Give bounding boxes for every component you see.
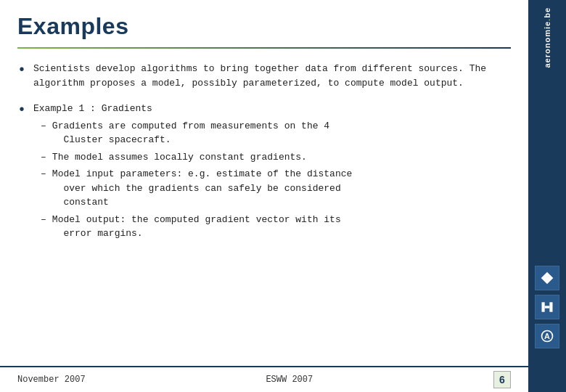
footer-page-number: 6 (493, 371, 511, 388)
svg-marker-0 (541, 272, 554, 285)
bullet2-intro: Example 1 : Gradients (33, 102, 511, 116)
sidebar-icons: A (528, 266, 566, 348)
sub-text-3: Model input parameters: e.g. estimate of… (52, 167, 511, 210)
slide: aeronomie.be A (0, 0, 566, 392)
dash-3: – (41, 167, 46, 181)
bullet-marker-2: • (17, 99, 26, 121)
footer: November 2007 ESWW 2007 6 (0, 366, 528, 392)
svg-rect-3 (545, 306, 550, 308)
bullet-text-2: Example 1 : Gradients – Gradients are co… (33, 102, 511, 244)
main-content: Examples • Scientists develop algorithms… (0, 0, 528, 392)
diamond-shape (540, 271, 554, 285)
sub-text-4: Model output: the computed gradient vect… (52, 213, 511, 241)
logo-text: aeronomie.be (543, 7, 551, 75)
dash-2: – (41, 150, 46, 165)
bullet-marker-1: • (17, 60, 26, 81)
a-shape: A (540, 329, 554, 343)
diamond-icon (535, 266, 559, 290)
sub-item-2: – The model assumes locally constant gra… (41, 150, 511, 165)
logo-icon: A (535, 324, 559, 348)
svg-rect-2 (549, 302, 552, 311)
bullet-text-1: Scientists develop algorithms to bring t… (33, 62, 511, 90)
bullet-item-2: • Example 1 : Gradients – Gradients are … (17, 102, 511, 244)
sub-list: – Gradients are computed from measuremen… (41, 119, 511, 241)
building-shape (540, 300, 554, 314)
dash-4: – (41, 213, 46, 227)
sub-item-4: – Model output: the computed gradient ve… (41, 213, 511, 241)
svg-text:A: A (544, 332, 550, 340)
content-area: • Scientists develop algorithms to bring… (17, 62, 511, 244)
right-sidebar: aeronomie.be A (528, 0, 566, 392)
sub-text-2: The model assumes locally constant gradi… (52, 150, 511, 165)
dash-1: – (41, 119, 46, 134)
page-title: Examples (17, 13, 511, 40)
footer-date: November 2007 (17, 375, 86, 385)
building-icon (535, 295, 559, 319)
divider (17, 47, 511, 49)
sub-item-1: – Gradients are computed from measuremen… (41, 119, 511, 147)
sub-text-1: Gradients are computed from measurements… (52, 119, 511, 147)
footer-conference: ESWW 2007 (266, 375, 313, 385)
svg-rect-1 (542, 302, 545, 311)
sub-item-3: – Model input parameters: e.g. estimate … (41, 167, 511, 210)
bullet-item-1: • Scientists develop algorithms to bring… (17, 62, 511, 90)
